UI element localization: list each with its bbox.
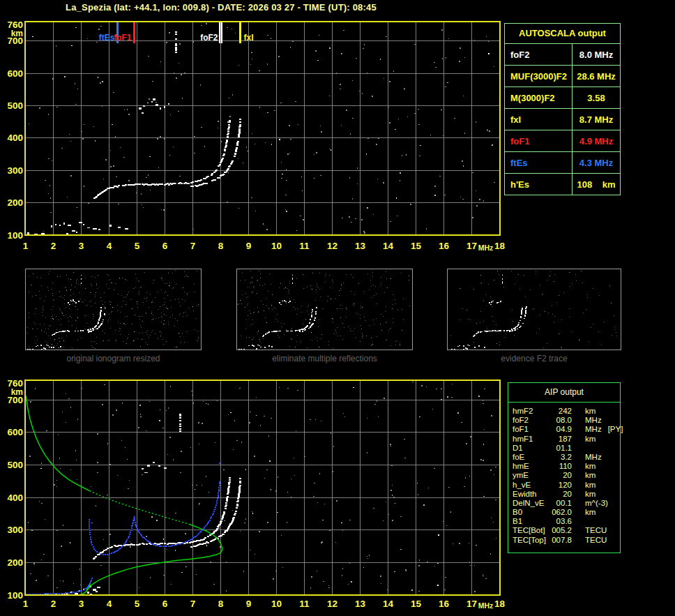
aip-row-TECBot: TEC[Bot]005.2TECU <box>513 526 620 535</box>
autoscala-param-label: foF2 <box>505 44 572 65</box>
aip-note: [PY] <box>608 425 623 434</box>
aip-row-ymE: ymE20km <box>513 471 620 480</box>
autoscala-row-ftEs: ftEs4.3 MHz <box>505 152 620 174</box>
aip-label: hmF2 <box>513 407 549 416</box>
autoscala-param-label: h'Es <box>505 174 572 195</box>
aip-unit: MHz <box>585 416 602 425</box>
aip-label: hmF1 <box>513 435 549 444</box>
svg-text:3: 3 <box>79 241 84 251</box>
aip-label: DelN_vE <box>513 499 549 508</box>
aip-value: 01.1 <box>549 444 572 453</box>
thumb-original-ionogram <box>25 269 202 350</box>
svg-text:13: 13 <box>355 241 366 251</box>
aip-label: foF1 <box>513 425 549 434</box>
series-E-region-echoes <box>27 222 129 235</box>
svg-text:4: 4 <box>107 599 112 609</box>
aip-row-hmF1: hmF1187km <box>513 435 620 444</box>
thumb-evidence-f2-trace <box>447 269 621 350</box>
aip-value: 110 <box>549 462 572 471</box>
aip-value: 3.2 <box>549 453 572 462</box>
svg-text:100: 100 <box>7 590 23 601</box>
svg-text:300: 300 <box>7 525 23 535</box>
autoscala-row-fxI: fxI8.7 MHz <box>505 109 620 130</box>
aip-label: D1 <box>513 444 549 453</box>
aip-row-foE: foE3.2MHz <box>513 453 620 462</box>
aip-label: foF2 <box>513 416 549 425</box>
aip-unit: km <box>585 490 596 499</box>
svg-text:100: 100 <box>7 230 23 241</box>
aip-unit: km <box>585 471 596 480</box>
svg-text:15: 15 <box>411 241 422 251</box>
svg-text:12: 12 <box>327 241 338 251</box>
aip-unit: km <box>585 481 596 490</box>
aip-unit: TECU <box>585 536 607 545</box>
svg-text:3: 3 <box>79 599 84 609</box>
svg-text:10: 10 <box>271 599 282 609</box>
aip-unit: km <box>585 435 596 444</box>
aip-value: 005.2 <box>549 526 572 535</box>
svg-text:5: 5 <box>135 599 140 609</box>
svg-text:16: 16 <box>439 241 450 251</box>
svg-text:17: 17 <box>467 241 477 251</box>
svg-text:foF2: foF2 <box>200 33 218 43</box>
autoscala-param-value: 8.0 MHz <box>572 44 620 65</box>
svg-text:9: 9 <box>246 599 252 609</box>
autoscala-param-label: ftEs <box>505 152 572 173</box>
ionogram-plot-bottom: 123456789101112131415161718MHz760km70060… <box>0 373 509 614</box>
svg-text:1: 1 <box>23 241 29 251</box>
grid <box>25 22 500 235</box>
aip-unit: km <box>585 462 596 471</box>
aip-row-B0: B0062.0km <box>513 508 620 517</box>
aip-row-hmF2: hmF2242km <box>513 407 620 416</box>
svg-text:200: 200 <box>7 197 23 208</box>
svg-text:4: 4 <box>107 241 112 251</box>
thumb-trace <box>27 275 106 350</box>
axis-labels: 123456789101112131415161718MHz760km70060… <box>7 20 505 252</box>
aip-unit: km <box>585 407 596 416</box>
thumb-trace <box>451 275 527 350</box>
series-restored-outlier-point <box>219 463 220 464</box>
svg-text:13: 13 <box>355 599 366 609</box>
svg-text:fxI: fxI <box>244 33 254 43</box>
svg-text:500: 500 <box>7 460 23 470</box>
thumb-noise <box>450 271 618 349</box>
thumb-trace <box>238 275 317 350</box>
aip-value: 187 <box>549 435 572 444</box>
series-profile-topside <box>26 396 89 490</box>
svg-text:200: 200 <box>7 557 23 568</box>
thumb-caption-eliminate: eliminate multiple reflections <box>236 354 413 363</box>
svg-text:MHz: MHz <box>478 243 494 252</box>
thumb-eliminate-reflections <box>236 269 413 350</box>
aip-label: TEC[Top] <box>513 536 549 545</box>
thumb-noise <box>27 270 199 349</box>
aip-value: 20 <box>549 490 572 499</box>
svg-text:18: 18 <box>494 241 506 251</box>
autoscala-param-value: 4.9 MHz <box>572 130 620 151</box>
aip-row-B1: B103.6 <box>513 517 620 526</box>
svg-text:18: 18 <box>494 599 506 609</box>
aip-unit: MHz <box>585 425 602 434</box>
autoscala-row-foF1: foF14.9 MHz <box>505 130 620 152</box>
aip-row-Ewidth: Ewidth20km <box>513 490 620 499</box>
series-restored-trace-E <box>25 578 93 595</box>
aip-table-rows: hmF2242kmfoF208.0MHzfoF104.9MHz[PY]hmF11… <box>508 403 620 545</box>
aip-label: B1 <box>513 517 549 526</box>
autoscala-row-hEs: h'Es108 km <box>505 174 620 195</box>
autoscala-output-table: AUTOSCALA output foF28.0 MHzMUF(3000)F22… <box>504 23 621 195</box>
autoscala-param-label: M(3000)F2 <box>505 87 572 108</box>
svg-text:6: 6 <box>162 599 168 609</box>
aip-output-table: AIP output hmF2242kmfoF208.0MHzfoF104.9M… <box>508 382 621 553</box>
autoscala-row-M3000F2: M(3000)F23.58 <box>505 87 620 109</box>
svg-text:15: 15 <box>411 599 422 609</box>
autoscala-table-title: AUTOSCALA output <box>505 24 620 44</box>
aip-row-foF2: foF208.0MHz <box>513 416 620 425</box>
autoscala-row-MUF3000F2: MUF(3000)F228.6 MHz <box>505 66 620 87</box>
autoscala-param-label: MUF(3000)F2 <box>505 66 572 87</box>
svg-text:600: 600 <box>7 68 23 79</box>
autoscala-output-screen: La_Spezia (lat: +44.1, lon: 009.8) - DAT… <box>0 0 675 616</box>
svg-text:8: 8 <box>218 599 224 609</box>
series-profile-topside-extrapolated <box>90 491 190 525</box>
aip-label: B0 <box>513 508 549 517</box>
aip-row-hvE: h_vE120km <box>513 481 620 490</box>
svg-text:300: 300 <box>7 165 23 176</box>
